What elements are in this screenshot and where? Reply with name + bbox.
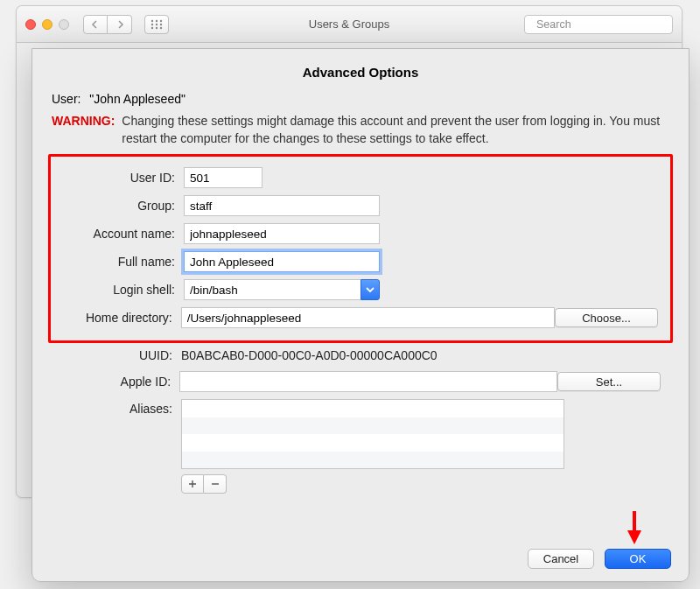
chevron-right-icon <box>116 20 124 29</box>
full-name-label: Full name: <box>63 255 184 269</box>
apple-id-label: Apple ID: <box>60 375 179 389</box>
aliases-list[interactable] <box>181 399 564 469</box>
close-window-button[interactable] <box>25 19 36 30</box>
login-shell-combobox[interactable] <box>184 279 380 300</box>
chevron-down-icon <box>366 285 374 294</box>
full-name-input[interactable] <box>184 251 380 272</box>
account-name-input[interactable] <box>184 223 380 244</box>
user-id-input[interactable] <box>184 167 262 188</box>
plus-icon <box>188 480 197 488</box>
group-label: Group: <box>63 199 184 213</box>
ok-button[interactable]: OK <box>605 549 671 569</box>
titlebar: Users & Groups <box>17 6 682 43</box>
back-button[interactable] <box>83 15 108 34</box>
chevron-left-icon <box>91 20 100 29</box>
user-id-label: User ID: <box>63 171 184 185</box>
svg-point-6 <box>151 26 153 28</box>
svg-point-4 <box>156 23 158 25</box>
login-shell-dropdown-button[interactable] <box>360 279 380 300</box>
aliases-label: Aliases: <box>60 399 181 416</box>
svg-point-0 <box>151 19 153 21</box>
zoom-window-button <box>59 19 69 30</box>
nav-buttons <box>83 15 132 34</box>
svg-point-7 <box>156 26 158 28</box>
warning-block: WARNING: Changing these settings might d… <box>52 113 673 147</box>
svg-point-5 <box>160 23 162 25</box>
warning-text: Changing these settings might damage thi… <box>122 113 673 147</box>
login-shell-label: Login shell: <box>63 283 184 297</box>
minus-icon <box>211 480 220 488</box>
home-dir-label: Home directory: <box>63 311 181 325</box>
traffic-lights <box>25 19 69 30</box>
group-input[interactable] <box>184 195 380 216</box>
show-all-prefs-button[interactable] <box>144 15 169 34</box>
account-name-label: Account name: <box>63 227 184 241</box>
highlighted-fields: User ID: Group: Account name: Full name:… <box>48 154 673 343</box>
advanced-options-sheet: Advanced Options User: "John Appleseed" … <box>32 48 690 582</box>
warning-label: WARNING: <box>52 113 115 147</box>
login-shell-input[interactable] <box>184 279 360 300</box>
forward-button[interactable] <box>108 15 132 34</box>
uuid-label: UUID: <box>60 348 181 362</box>
cancel-button[interactable]: Cancel <box>528 549 594 569</box>
dialog-buttons: Cancel OK <box>528 549 671 569</box>
home-dir-input[interactable] <box>181 307 555 328</box>
minimize-window-button[interactable] <box>42 19 52 30</box>
uuid-value: B0ABCAB0-D000-00C0-A0D0-00000CA000C0 <box>181 348 438 362</box>
set-button[interactable]: Set... <box>557 372 661 391</box>
user-line: User: "John Appleseed" <box>52 92 673 106</box>
choose-button[interactable]: Choose... <box>555 308 658 327</box>
apple-id-input[interactable] <box>179 371 557 392</box>
svg-point-3 <box>151 23 153 25</box>
user-label: User: <box>52 92 80 106</box>
user-name: "John Appleseed" <box>89 92 186 106</box>
search-input[interactable] <box>535 18 676 32</box>
annotation-arrow-icon <box>626 509 643 544</box>
svg-point-1 <box>156 19 158 21</box>
svg-point-2 <box>160 19 162 21</box>
remove-alias-button[interactable] <box>204 474 227 494</box>
svg-point-8 <box>160 26 162 28</box>
grid-icon <box>150 19 163 30</box>
search-field-container[interactable] <box>524 15 673 34</box>
add-alias-button[interactable] <box>181 474 204 494</box>
aliases-add-remove <box>181 474 564 494</box>
sheet-title: Advanced Options <box>48 65 673 80</box>
